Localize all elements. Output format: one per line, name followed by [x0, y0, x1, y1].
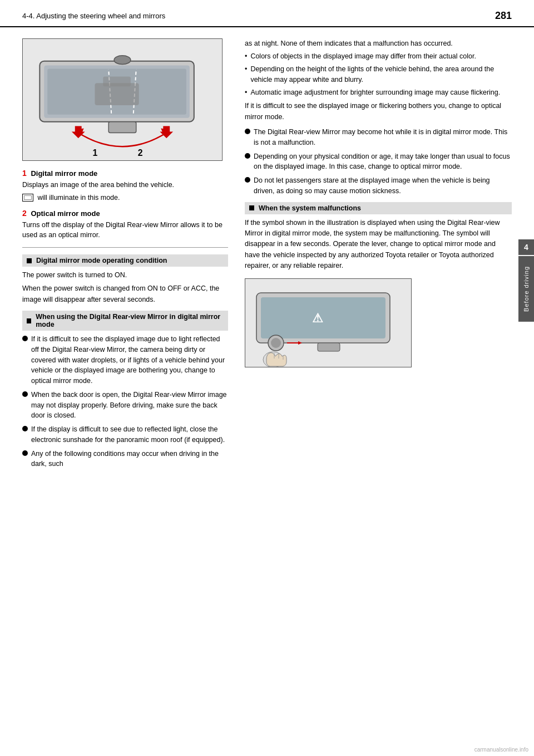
circle-bullet-dot	[245, 129, 250, 134]
circle-bullet-text: The Digital Rear-view Mirror may become …	[254, 127, 512, 148]
digital-operating-heading: Digital mirror mode operating condition	[22, 254, 228, 267]
svg-text:⚠: ⚠	[312, 311, 323, 325]
right-bullets-container: •Colors of objects in the displayed imag…	[245, 51, 512, 97]
flicker-note: If it is difficult to see the displayed …	[245, 101, 512, 122]
svg-rect-20	[318, 343, 340, 351]
page-header: 4-4. Adjusting the steering wheel and mi…	[0, 0, 534, 27]
right-bullet-dot: •	[245, 51, 247, 62]
bullet-item: If the display is difficult to see due t…	[22, 424, 228, 445]
bullet-text: If it is difficult to see the displayed …	[31, 334, 228, 386]
right-column: as at night. None of them indicates that…	[239, 38, 512, 475]
bullet-item: When the back door is open, the Digital …	[22, 390, 228, 421]
section-1-block: 1 Digital mirror mode Displays an image …	[22, 169, 228, 203]
when-malfunctions-body: If the symbol shown in the illustration …	[245, 218, 512, 272]
right-bullet-item: •Depending on the height of the lights o…	[245, 64, 512, 85]
page-number: 281	[495, 10, 512, 22]
svg-rect-18	[261, 297, 385, 338]
when-using-heading-text: When using the Digital Rear-view Mirror …	[36, 313, 224, 328]
right-bullet-text: Depending on the height of the lights of…	[250, 64, 512, 85]
when-malfunctions-block: When the system malfunctions If the symb…	[245, 202, 512, 272]
svg-text:1: 1	[92, 148, 97, 158]
circle-bullet-item: Do not let passengers stare at the displ…	[245, 175, 512, 197]
bullet-item: Any of the following conditions may occu…	[22, 449, 228, 470]
when-using-heading: When using the Digital Rear-view Mirror …	[22, 311, 228, 331]
when-malfunctions-heading: When the system malfunctions	[245, 202, 512, 214]
content-area: 1 2 1 Digital mirror mode Displays an im…	[0, 27, 534, 486]
chapter-number: 4	[518, 239, 534, 255]
square-icon-3	[249, 205, 254, 210]
circle-bullets-container: The Digital Rear-view Mirror may become …	[245, 127, 512, 197]
right-bullet-dot: •	[245, 64, 247, 75]
circle-bullet-dot	[245, 177, 250, 183]
svg-rect-8	[108, 122, 136, 133]
svg-point-9	[114, 56, 131, 65]
divider	[22, 247, 228, 248]
section-2-body: Turns off the display of the Digital Rea…	[22, 220, 228, 241]
bullet-text: If the display is difficult to see due t…	[31, 424, 228, 445]
icon-note-text: will illuminate in this mode.	[37, 194, 120, 202]
circle-bullet-text: Do not let passengers stare at the displ…	[254, 175, 512, 197]
square-icon-2	[27, 318, 31, 323]
left-column: 1 2 1 Digital mirror mode Displays an im…	[22, 38, 228, 475]
svg-text:2: 2	[138, 148, 143, 158]
bullet-text: Any of the following conditions may occu…	[31, 449, 228, 470]
circle-bullet-dot	[245, 153, 250, 159]
right-bullet-dot: •	[245, 87, 247, 98]
digital-operating-block: Digital mirror mode operating condition …	[22, 254, 228, 305]
continuation-text: as at night. None of them indicates that…	[245, 38, 512, 49]
watermark: carmanualsonline.info	[474, 747, 528, 753]
digital-operating-body2: When the power switch is changed from ON…	[22, 283, 228, 305]
header-title: 4-4. Adjusting the steering wheel and mi…	[22, 12, 165, 20]
svg-point-22	[271, 338, 281, 348]
bullet-dot	[22, 450, 28, 456]
bullet-dot	[22, 391, 28, 397]
section-1-title: Digital mirror mode	[31, 169, 97, 178]
right-bullet-item: •Automatic image adjustment for brighter…	[245, 87, 512, 98]
bottom-mirror-diagram: ⚠	[245, 278, 412, 367]
right-bullet-item: •Colors of objects in the displayed imag…	[245, 51, 512, 62]
section-2-block: 2 Optical mirror mode Turns off the disp…	[22, 209, 228, 241]
section-1-body: Displays an image of the area behind the…	[22, 180, 228, 190]
when-malfunctions-heading-text: When the system malfunctions	[259, 204, 361, 212]
left-bullets: If it is difficult to see the displayed …	[22, 334, 228, 469]
section-1-header: 1 Digital mirror mode	[22, 169, 228, 178]
bullet-item: If it is difficult to see the displayed …	[22, 334, 228, 386]
side-tab-label: Before driving	[518, 256, 534, 322]
svg-rect-7	[103, 76, 131, 86]
section-1-number: 1	[22, 169, 27, 178]
section-2-number: 2	[22, 209, 27, 218]
mirror-diagram: 1 2	[22, 38, 222, 161]
digital-operating-body1: The power switch is turned to ON.	[22, 270, 228, 281]
section-2-title: Optical mirror mode	[31, 209, 100, 218]
circle-bullet-item: Depending on your physical condition or …	[245, 151, 512, 173]
section-2-header: 2 Optical mirror mode	[22, 209, 228, 218]
right-bullet-text: Automatic image adjustment for brighter …	[250, 87, 500, 98]
circle-bullet-item: The Digital Rear-view Mirror may become …	[245, 127, 512, 148]
when-using-block: When using the Digital Rear-view Mirror …	[22, 311, 228, 469]
bullet-dot	[22, 426, 28, 431]
page-container: 4-4. Adjusting the steering wheel and mi…	[0, 0, 534, 756]
bullet-text: When the back door is open, the Digital …	[31, 390, 228, 421]
bullet-dot	[22, 336, 28, 341]
digital-operating-heading-text: Digital mirror mode operating condition	[36, 257, 167, 264]
right-bullet-text: Colors of objects in the displayed image…	[250, 51, 476, 62]
section-1-icon-note: will illuminate in this mode.	[22, 193, 228, 203]
mode-icon	[22, 194, 33, 202]
circle-bullet-text: Depending on your physical condition or …	[254, 151, 512, 173]
square-icon	[27, 258, 32, 263]
